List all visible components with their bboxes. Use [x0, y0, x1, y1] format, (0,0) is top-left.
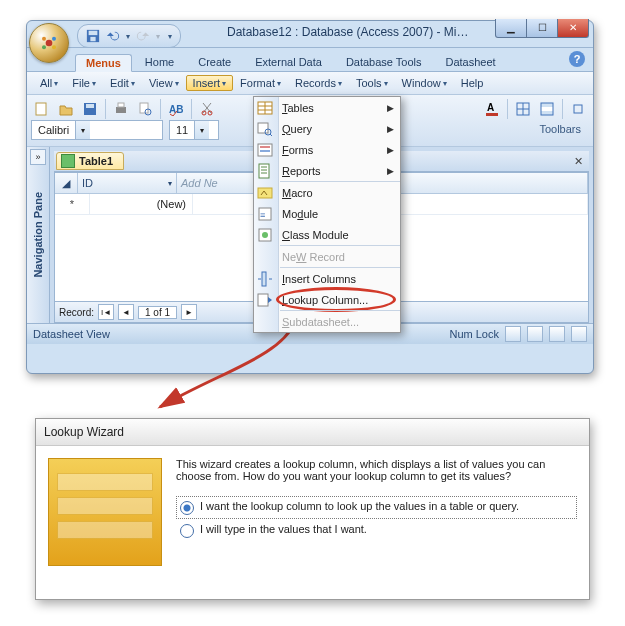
toolbar-label: Toolbars [539, 123, 581, 135]
menu-all[interactable]: All▾ [33, 75, 65, 91]
cell-id-new[interactable]: (New) [90, 194, 193, 214]
radio-unchecked-icon [180, 524, 194, 538]
spelling-icon[interactable]: AB [166, 99, 186, 119]
tab-close-icon[interactable]: ✕ [574, 155, 583, 168]
svg-rect-27 [574, 105, 582, 113]
maximize-button[interactable]: ☐ [526, 19, 558, 38]
menu-insert[interactable]: Insert▾ [186, 75, 234, 91]
help-icon[interactable]: ? [569, 51, 585, 67]
document-tab-table1[interactable]: Table1 [56, 152, 124, 170]
qat-customize-icon[interactable]: ▾ [168, 32, 172, 41]
table-icon [257, 100, 273, 116]
menu-item-query[interactable]: Query▶ [254, 118, 400, 139]
menu-edit[interactable]: Edit▾ [103, 75, 142, 91]
menu-window[interactable]: Window▾ [395, 75, 454, 91]
menu-file[interactable]: File▾ [65, 75, 103, 91]
menu-records[interactable]: Records▾ [288, 75, 349, 91]
record-next-icon[interactable]: ► [181, 304, 197, 320]
menu-item-reports[interactable]: Reports▶ [254, 160, 400, 181]
gridlines-icon[interactable] [513, 99, 533, 119]
svg-point-2 [52, 37, 56, 41]
svg-rect-6 [89, 31, 98, 35]
navigation-pane[interactable]: » Navigation Pane [27, 147, 50, 323]
save-icon[interactable] [80, 99, 100, 119]
form-icon [257, 142, 273, 158]
office-button[interactable] [29, 23, 69, 63]
column-header-id[interactable]: ID▾ [78, 173, 177, 193]
svg-rect-8 [36, 103, 46, 115]
svg-point-4 [52, 45, 56, 49]
svg-text:A: A [487, 102, 494, 113]
tab-database-tools[interactable]: Database Tools [335, 53, 433, 71]
title-bar: ▾ ▾ ▾ Database12 : Database (Access 2007… [27, 21, 593, 48]
lookup-icon [257, 292, 273, 308]
svg-rect-19 [486, 113, 498, 116]
view-pivot-icon[interactable] [549, 326, 565, 342]
menu-item-new-record: NeW Record [254, 246, 400, 267]
macro-icon [257, 185, 273, 201]
wizard-option-type[interactable]: I will type in the values that I want. [176, 519, 577, 542]
view-datasheet-icon[interactable] [505, 326, 521, 342]
expand-icon[interactable] [568, 99, 588, 119]
view-chart-icon[interactable] [571, 326, 587, 342]
svg-point-0 [46, 40, 53, 47]
close-button[interactable]: ✕ [557, 19, 589, 38]
save-icon[interactable] [86, 29, 100, 43]
tab-create[interactable]: Create [187, 53, 242, 71]
font-name-combo[interactable]: Calibri▾ [31, 120, 163, 140]
radio-checked-icon [180, 501, 194, 515]
menu-item-forms[interactable]: Forms▶ [254, 139, 400, 160]
menu-view[interactable]: View▾ [142, 75, 186, 91]
menu-item-module[interactable]: ≡Module [254, 203, 400, 224]
wizard-option-lookup[interactable]: I want the lookup column to look up the … [176, 496, 577, 519]
view-design-icon[interactable] [527, 326, 543, 342]
minimize-button[interactable]: ▁ [495, 19, 527, 38]
redo-icon[interactable] [136, 29, 150, 43]
record-first-icon[interactable]: I◄ [98, 304, 114, 320]
tab-home[interactable]: Home [134, 53, 185, 71]
record-position[interactable]: 1 of 1 [138, 306, 177, 319]
cut-icon[interactable] [197, 99, 217, 119]
menu-item-subdatasheet: Subdatasheet... [254, 311, 400, 332]
svg-rect-13 [140, 103, 148, 113]
menu-item-macro[interactable]: Macro [254, 182, 400, 203]
svg-rect-36 [260, 146, 270, 148]
undo-dropdown-icon[interactable]: ▾ [126, 32, 130, 41]
menu-item-tables[interactable]: Tables▶ [254, 97, 400, 118]
tab-menus[interactable]: Menus [75, 54, 132, 72]
font-color-icon[interactable]: A [482, 99, 502, 119]
window-controls: ▁ ☐ ✕ [496, 19, 589, 38]
menu-help[interactable]: Help [454, 75, 491, 91]
svg-rect-7 [90, 37, 95, 41]
print-preview-icon[interactable] [135, 99, 155, 119]
menu-item-insert-columns[interactable]: Insert Columns [254, 268, 400, 289]
menu-tools[interactable]: Tools▾ [349, 75, 395, 91]
navpane-toggle-icon[interactable]: » [30, 149, 46, 165]
wizard-intro-text: This wizard creates a lookup column, whi… [176, 458, 577, 482]
svg-rect-25 [541, 111, 553, 115]
svg-line-34 [270, 134, 272, 136]
status-view-label: Datasheet View [33, 328, 110, 340]
tab-external-data[interactable]: External Data [244, 53, 333, 71]
open-icon[interactable] [56, 99, 76, 119]
svg-rect-10 [86, 104, 94, 108]
ribbon-tabs: Menus Home Create External Data Database… [27, 48, 593, 72]
print-icon[interactable] [111, 99, 131, 119]
alt-color-icon[interactable] [537, 99, 557, 119]
row-selector-new[interactable]: * [55, 194, 90, 214]
select-all-header[interactable]: ◢ [55, 173, 78, 193]
table-icon [61, 154, 75, 168]
wizard-illustration [48, 458, 162, 566]
record-prev-icon[interactable]: ◄ [118, 304, 134, 320]
tab-datasheet[interactable]: Datasheet [435, 53, 507, 71]
undo-icon[interactable] [106, 29, 120, 43]
menu-item-class-module[interactable]: Class Module [254, 224, 400, 245]
redo-dropdown-icon[interactable]: ▾ [156, 32, 160, 41]
new-icon[interactable] [32, 99, 52, 119]
quick-access-toolbar: ▾ ▾ ▾ [77, 24, 181, 48]
menu-item-lookup-column[interactable]: Lookup Column... [254, 289, 400, 310]
font-size-combo[interactable]: 11▾ [169, 120, 219, 140]
query-icon [257, 121, 273, 137]
menu-format[interactable]: Format▾ [233, 75, 288, 91]
wizard-title: Lookup Wizard [36, 419, 589, 446]
